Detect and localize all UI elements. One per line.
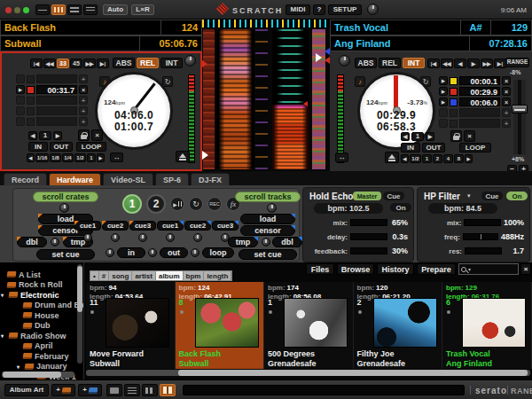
search-clear-button[interactable]: × [520,263,531,275]
left-right-swap-button[interactable]: L×R [131,4,154,15]
column-number[interactable]: # [99,271,109,280]
column-album[interactable]: album [156,271,184,280]
tab-dj-fx[interactable]: DJ-FX [191,173,230,185]
zoom-dot-icon[interactable] [23,7,29,13]
cue2-left-button[interactable]: cue2 [102,221,129,231]
set-cue-right-button[interactable]: set cue [239,249,297,260]
cue-play-icon[interactable] [16,117,25,126]
autoloop-1-button[interactable]: 1 [422,154,432,163]
cue-delete-button[interactable]: × [502,98,511,106]
close-dot-icon[interactable] [5,7,12,13]
cue3-left-button[interactable]: cue3 [129,221,156,231]
deck-left-speed-45-button[interactable]: 45 [70,59,82,68]
loop-out-button[interactable]: OUT [422,143,445,153]
autoloop-prev-button[interactable]: ◀ [401,154,409,163]
loop-slot-number[interactable]: 1 [39,131,51,140]
deck-right-forward-button[interactable]: ▶▶ [481,59,493,68]
crate-drum-and-bass[interactable]: Drum and Bass [7,301,83,311]
loop-button-hw[interactable]: loop [202,247,234,258]
cue-delete-button[interactable]: × [79,85,88,94]
deck-left-speed-33-button[interactable]: 33 [57,59,69,68]
deck-right-skip-end-button[interactable]: ▶| [494,59,506,68]
fx-cue-button[interactable]: Cue [481,192,503,200]
auto-button[interactable]: Auto [103,4,128,15]
cue-delete-button[interactable]: × [502,87,511,96]
deck-right-step-back-button[interactable]: ◀ [454,59,466,68]
deck-right-track-overview[interactable] [312,29,325,169]
loop-in-button[interactable]: IN [28,142,48,152]
cue-knob-3[interactable] [138,233,147,242]
dbl-right-button[interactable]: dbl [272,237,302,247]
deck-left-eject-icon[interactable] [176,151,190,162]
cue-play-icon[interactable] [16,74,25,83]
repeat-icon[interactable]: ↻ [162,76,173,87]
crate-electronic[interactable]: ▾Electronic [7,290,83,301]
loop-clear-button[interactable]: × [91,129,103,141]
crate-rock-n-roll[interactable]: Rock n Roll [7,280,83,291]
cue-knob-5[interactable] [193,233,202,242]
autoloop-next-button[interactable]: ▶ [465,154,473,163]
sidebar-horizontal-scrollbar[interactable] [2,372,74,378]
scroll-crates-knob[interactable] [59,203,69,213]
deck-1-indicator[interactable]: 1 [122,194,142,214]
tap-tempo-note-icon[interactable]: ♪ [355,76,365,87]
deck-left-virtual-platter[interactable]: 124bpm 04:06.0 01:00.7 [98,74,170,147]
album-art[interactable] [373,298,437,348]
play-pause-icon[interactable]: ▶ [170,197,184,211]
fx-mix-slider[interactable] [350,219,387,226]
loop-slot-prev-button[interactable]: ◀ [28,131,37,140]
deck-left-skip-start-button[interactable]: |◀ [30,59,43,68]
column-status[interactable]: • [90,271,99,280]
column-bpm[interactable]: bpm [184,271,205,280]
sidebar-vertical-scrollbar[interactable] [77,264,82,364]
autoloop-4-button[interactable]: 4 [443,154,453,163]
add-crate-button[interactable]: + [51,384,75,396]
help-button[interactable]: ? [313,4,325,15]
track-tile[interactable]: bpm:120 length:06:21.20 2 Filthy Joe Gre… [354,282,443,369]
search-options-dropdown-icon[interactable]: ▾ [468,266,471,272]
prepare-button[interactable]: Prepare [417,263,456,275]
loop-out-button[interactable]: OUT [50,142,73,152]
display-mode-horizontal-icon[interactable] [35,4,50,15]
loop-shift-icon[interactable]: ↔ [110,153,123,162]
deck-left-rewind-button[interactable]: ◀◀ [43,59,56,68]
view-simple-list-icon[interactable] [106,384,122,396]
dbl-left-button[interactable]: dbl [17,237,47,247]
cue3-right-button[interactable]: cue3 [212,221,239,231]
deck-left-gain-knob[interactable] [184,55,196,66]
waveform-display[interactable] [202,20,330,171]
track-tile-loaded[interactable]: bpm:129 length:06:31.76 6 Trash Vocal An… [442,282,532,369]
deck-right-cue-slot-3[interactable]: ▶00:06.0× [439,98,511,106]
deck-left-rel-mode-button[interactable]: REL [137,58,159,68]
fx-mix-slider[interactable] [464,219,501,226]
track-tile-selected[interactable]: bpm:124 length:06:42.91 8 Back Flash Sub… [176,282,265,369]
fx-on-button[interactable]: On [506,192,528,200]
cue-add-button[interactable]: + [79,117,88,126]
column-artist[interactable]: artist [132,271,156,280]
pitch-range-button[interactable]: RANGE [505,58,529,67]
cue-delete-button[interactable]: × [502,76,511,85]
deck-left-int-mode-button[interactable]: INT [160,58,183,68]
deck-right-cue-slot-5[interactable]: + [439,119,511,128]
loop-lock-icon[interactable] [450,130,462,142]
cue-play-icon[interactable] [439,108,448,117]
scroll-crates-button[interactable]: scroll crates [33,192,98,202]
scroll-tracks-knob[interactable] [267,203,277,213]
cue-add-button[interactable]: + [79,96,88,105]
rec-button[interactable]: REC [207,197,222,211]
deck-2-indicator[interactable]: 2 [146,194,166,214]
deck-right-int-mode-button[interactable]: INT [403,58,425,68]
display-mode-stack-icon[interactable] [67,4,82,15]
fx-bpm-display[interactable]: bpm: 102.5 [314,203,383,214]
load-right-button[interactable]: load [240,214,295,224]
autoloop-8-button[interactable]: 8 [454,154,464,163]
album-art[interactable] [284,298,348,348]
loop-slot-next-button[interactable]: ▶ [426,132,434,141]
tab-sp6[interactable]: SP-6 [155,173,189,185]
loop-slot-next-button[interactable]: ▶ [53,131,62,140]
loop-mode-icon[interactable]: ↻ [189,197,203,211]
cue2-right-button[interactable]: cue2 [184,221,211,231]
deck-left-track-overview[interactable] [203,29,215,169]
tab-video-sl[interactable]: Video-SL [103,173,153,185]
deck-left-cue-slot-2[interactable]: ▶00:31.7× [16,85,88,94]
